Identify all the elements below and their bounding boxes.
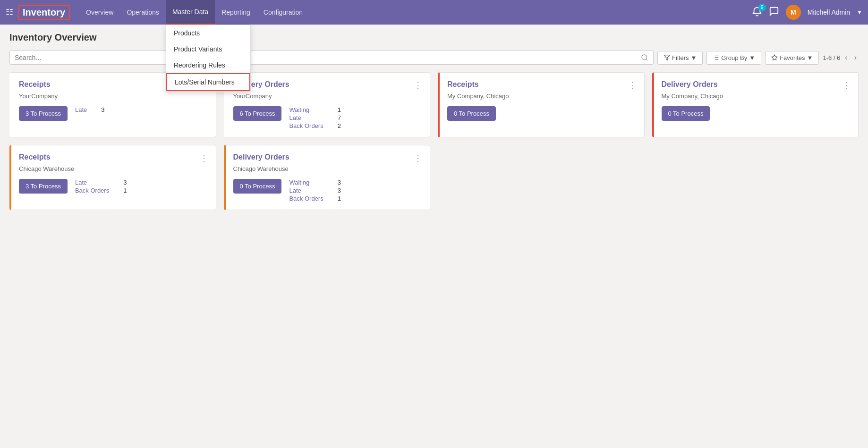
stat-label: Late: [289, 114, 301, 121]
filters-label: Filters: [672, 54, 689, 61]
card-menu-icon[interactable]: ⋮: [414, 80, 422, 91]
nav-reporting[interactable]: Reporting: [215, 0, 257, 25]
stat-label: Late: [289, 187, 301, 194]
stat-value: 1: [338, 106, 341, 113]
stat-value: 1: [123, 187, 127, 194]
nav-operations[interactable]: Operations: [120, 0, 165, 25]
process-button[interactable]: 6 To Process: [233, 106, 282, 121]
notif-badge: 9: [758, 4, 766, 11]
cards-grid: Receipts ⋮ YourCompany 3 To Process Late…: [9, 72, 859, 210]
process-button[interactable]: 3 To Process: [19, 179, 68, 194]
stat-value: 3: [123, 179, 127, 186]
grid-icon[interactable]: ☷: [6, 7, 13, 17]
dropdown-products[interactable]: Products: [166, 25, 250, 41]
stat-label: Late: [75, 106, 87, 113]
next-page-button[interactable]: ›: [852, 52, 859, 63]
process-button[interactable]: 3 To Process: [19, 106, 68, 121]
notification-icon[interactable]: 9: [752, 7, 762, 18]
filters-button[interactable]: Filters ▼: [657, 51, 703, 65]
dropdown-menu: Products Product Variants Reordering Rul…: [166, 25, 251, 92]
process-button[interactable]: 0 To Process: [233, 179, 282, 194]
card-subtitle: Chicago Warehouse: [19, 165, 208, 172]
page-title: Inventory Overview: [9, 32, 859, 43]
nav-masterdata[interactable]: Master Data: [166, 0, 215, 25]
stat-label: Back Orders: [75, 187, 109, 194]
card-header: Delivery Orders ⋮: [662, 80, 851, 91]
card-delivery-mycompany-chicago: Delivery Orders ⋮ My Company, Chicago 0 …: [652, 72, 859, 137]
nav-configuration[interactable]: Configuration: [257, 0, 309, 25]
favorites-arrow: ▼: [807, 54, 813, 61]
navbar-right: 9 M Mitchell Admin ▼: [752, 5, 862, 20]
filters-arrow: ▼: [690, 54, 697, 61]
card-stats: Waiting 3 Late 3 Back Orders 1: [289, 179, 340, 202]
card-subtitle: Chicago Warehouse: [233, 165, 423, 172]
nav-masterdata-dropdown: Master Data Products Product Variants Re…: [166, 0, 215, 25]
card-title[interactable]: Receipts: [447, 80, 479, 89]
stat-value: 2: [338, 122, 341, 129]
stat-value: 3: [338, 179, 341, 186]
dropdown-product-variants[interactable]: Product Variants: [166, 41, 250, 57]
dropdown-lots-serial[interactable]: Lots/Serial Numbers: [166, 73, 250, 91]
user-name[interactable]: Mitchell Admin: [808, 8, 850, 16]
groupby-button[interactable]: Group By ▼: [706, 51, 761, 65]
stat-label: Waiting: [289, 106, 309, 113]
filter-icon: [664, 54, 670, 61]
stat-value: 3: [338, 187, 341, 194]
card-receipts-chicago-warehouse: Receipts ⋮ Chicago Warehouse 3 To Proces…: [9, 145, 216, 210]
dropdown-reordering-rules[interactable]: Reordering Rules: [166, 57, 250, 73]
card-body: 3 To Process Late 3 Back Orders 1: [19, 179, 208, 194]
prev-page-button[interactable]: ‹: [843, 52, 849, 63]
card-title[interactable]: Delivery Orders: [233, 153, 289, 161]
stat-row: Late 3: [289, 187, 340, 194]
pagination-info: 1-6 / 6 ‹ ›: [823, 52, 859, 63]
nav-overview[interactable]: Overview: [79, 0, 120, 25]
card-header: Receipts ⋮: [447, 80, 637, 91]
stat-row: Late 7: [289, 114, 340, 121]
stat-row: Back Orders 1: [289, 195, 340, 202]
app-brand[interactable]: Inventory: [18, 5, 70, 20]
stat-row: Late 3: [75, 106, 105, 113]
card-stats: Late 3: [75, 106, 105, 113]
card-header: Delivery Orders ⋮: [233, 80, 423, 91]
stat-label: Late: [75, 179, 87, 186]
stat-row: Back Orders 1: [75, 187, 127, 194]
favorites-button[interactable]: Favorites ▼: [765, 51, 819, 65]
stat-value: 3: [101, 106, 104, 113]
navbar: ☷ Inventory Overview Operations Master D…: [0, 0, 868, 25]
stat-value: 1: [338, 195, 341, 202]
stat-label: Back Orders: [289, 195, 323, 202]
pagination-text: 1-6 / 6: [823, 54, 840, 61]
card-menu-icon[interactable]: ⋮: [842, 80, 851, 91]
groupby-arrow: ▼: [749, 54, 755, 61]
process-button[interactable]: 0 To Process: [662, 106, 710, 121]
card-menu-icon[interactable]: ⋮: [200, 153, 208, 163]
card-subtitle: My Company, Chicago: [447, 93, 637, 100]
svg-line-1: [646, 59, 647, 60]
favorites-label: Favorites: [780, 54, 805, 61]
card-header: Delivery Orders ⋮: [233, 153, 423, 163]
card-title[interactable]: Delivery Orders: [662, 80, 718, 89]
card-body: 6 To Process Waiting 1 Late 7 Back Order…: [233, 106, 423, 129]
card-body: 3 To Process Late 3: [19, 106, 208, 121]
card-title[interactable]: Receipts: [19, 153, 51, 161]
svg-marker-9: [772, 55, 777, 60]
user-dropdown-arrow[interactable]: ▼: [857, 9, 862, 16]
card-title[interactable]: Receipts: [19, 80, 51, 89]
search-box[interactable]: [9, 51, 654, 65]
svg-point-0: [642, 55, 647, 60]
card-menu-icon[interactable]: ⋮: [414, 153, 422, 163]
card-receipts-mycompany-chicago: Receipts ⋮ My Company, Chicago 0 To Proc…: [438, 72, 645, 137]
card-header: Receipts ⋮: [19, 153, 208, 163]
card-delivery-chicago-warehouse: Delivery Orders ⋮ Chicago Warehouse 0 To…: [224, 145, 431, 210]
stat-row: Late 3: [75, 179, 127, 186]
card-menu-icon[interactable]: ⋮: [628, 80, 637, 91]
stat-row: Waiting 1: [289, 106, 340, 113]
card-body: 0 To Process: [662, 106, 851, 121]
stat-label: Back Orders: [289, 122, 323, 129]
chat-icon[interactable]: [769, 6, 779, 19]
card-subtitle: YourCompany: [233, 93, 423, 100]
search-input[interactable]: [15, 54, 641, 61]
stat-value: 7: [338, 114, 341, 121]
process-button[interactable]: 0 To Process: [447, 106, 496, 121]
card-subtitle: My Company, Chicago: [662, 93, 851, 100]
